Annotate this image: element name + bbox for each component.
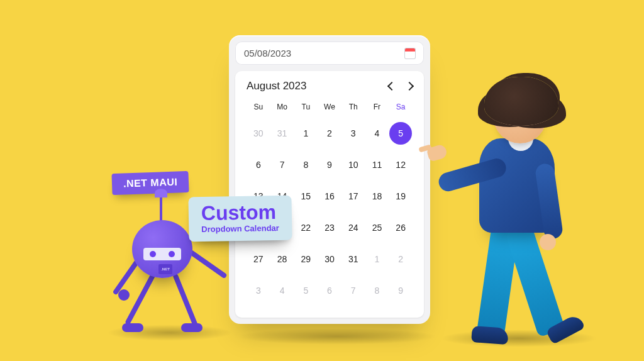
robot-hand xyxy=(118,289,130,301)
calendar-day[interactable]: 28 xyxy=(270,243,294,275)
calendar-card: 05/08/2023 August 2023 SuMoTuWeThFrSa 30… xyxy=(229,35,430,324)
calendar-day[interactable]: 8 xyxy=(365,275,389,306)
day-of-week-label: We xyxy=(318,99,341,118)
person-leg xyxy=(504,221,565,338)
robot-visor xyxy=(143,248,181,260)
calendar-week-row: 6789101112 xyxy=(247,149,413,181)
calendar-day[interactable]: 9 xyxy=(389,275,413,306)
robot-chest-badge: .NET xyxy=(158,264,172,274)
calendar-day[interactable]: 8 xyxy=(294,149,318,181)
calendar-day[interactable]: 1 xyxy=(365,243,389,275)
robot-foot xyxy=(181,323,203,332)
custom-calendar-badge: Custom Dropdown Calendar xyxy=(188,196,292,242)
calendar-day[interactable]: 24 xyxy=(341,212,365,243)
calendar-day[interactable]: 2 xyxy=(389,243,413,275)
calendar-day[interactable]: 30 xyxy=(247,118,270,149)
custom-badge-subtitle: Dropdown Calendar xyxy=(201,223,279,234)
day-of-week-label: Mo xyxy=(270,99,294,118)
calendar-day[interactable]: 1 xyxy=(294,118,318,149)
next-month-icon[interactable] xyxy=(405,82,414,91)
calendar-day[interactable]: 6 xyxy=(318,275,341,306)
robot-arm xyxy=(189,250,228,279)
person-figure xyxy=(440,88,585,352)
calendar-day[interactable]: 3 xyxy=(341,118,365,149)
month-nav xyxy=(389,83,413,89)
calendar-day[interactable]: 12 xyxy=(389,149,413,181)
calendar-day[interactable]: 30 xyxy=(318,243,341,275)
day-of-week-label: Fr xyxy=(365,99,389,118)
calendar-day[interactable]: 18 xyxy=(365,181,389,212)
calendar-day[interactable]: 31 xyxy=(341,243,365,275)
calendar-shadow xyxy=(236,328,438,345)
day-of-week-label: Sa xyxy=(389,99,413,118)
person-hair xyxy=(484,77,558,126)
calendar-day[interactable]: 29 xyxy=(294,243,318,275)
calendar-day[interactable]: 3 xyxy=(247,275,270,306)
calendar-day[interactable]: 27 xyxy=(247,243,270,275)
person-hand xyxy=(540,234,556,250)
calendar-week-row: 303112345 xyxy=(247,118,413,149)
calendar-day[interactable]: 7 xyxy=(270,149,294,181)
date-input[interactable]: 05/08/2023 xyxy=(235,42,424,65)
calendar-body: August 2023 SuMoTuWeThFrSa 3031123456789… xyxy=(235,71,424,318)
prev-month-icon[interactable] xyxy=(387,82,396,91)
calendar-day[interactable]: 10 xyxy=(341,149,365,181)
calendar-day[interactable]: 7 xyxy=(341,275,365,306)
calendar-week-row: 3456789 xyxy=(247,275,413,306)
calendar-week-row: 272829303112 xyxy=(247,243,413,275)
month-header: August 2023 xyxy=(247,80,413,92)
calendar-day[interactable]: 4 xyxy=(365,118,389,149)
calendar-day[interactable]: 5 xyxy=(294,275,318,306)
day-of-week-label: Tu xyxy=(294,99,318,118)
day-of-week-label: Th xyxy=(341,99,365,118)
calendar-day[interactable]: 31 xyxy=(270,118,294,149)
calendar-day[interactable]: 25 xyxy=(365,212,389,243)
robot-leg xyxy=(125,273,155,325)
month-label[interactable]: August 2023 xyxy=(247,80,306,92)
robot-foot xyxy=(122,323,143,332)
calendar-day[interactable]: 16 xyxy=(318,181,341,212)
custom-badge-title: Custom xyxy=(201,202,279,223)
calendar-day[interactable]: 6 xyxy=(247,149,270,181)
robot-antenna xyxy=(160,197,162,223)
calendar-day[interactable]: 26 xyxy=(389,212,413,243)
robot-leg xyxy=(172,274,198,328)
calendar-day-selected[interactable]: 5 xyxy=(389,118,413,149)
date-input-value: 05/08/2023 xyxy=(244,48,291,58)
calendar-day[interactable]: 23 xyxy=(318,212,341,243)
calendar-day[interactable]: 17 xyxy=(341,181,365,212)
calendar-day[interactable]: 4 xyxy=(270,275,294,306)
calendar-icon[interactable] xyxy=(405,48,415,58)
day-of-week-label: Su xyxy=(247,99,270,118)
calendar-day[interactable]: 11 xyxy=(365,149,389,181)
calendar-day[interactable]: 9 xyxy=(318,149,341,181)
calendar-day[interactable]: 19 xyxy=(389,181,413,212)
calendar-day[interactable]: 22 xyxy=(294,212,318,243)
day-of-week-row: SuMoTuWeThFrSa xyxy=(247,99,413,118)
calendar-day[interactable]: 2 xyxy=(318,118,341,149)
calendar-day[interactable]: 15 xyxy=(294,181,318,212)
